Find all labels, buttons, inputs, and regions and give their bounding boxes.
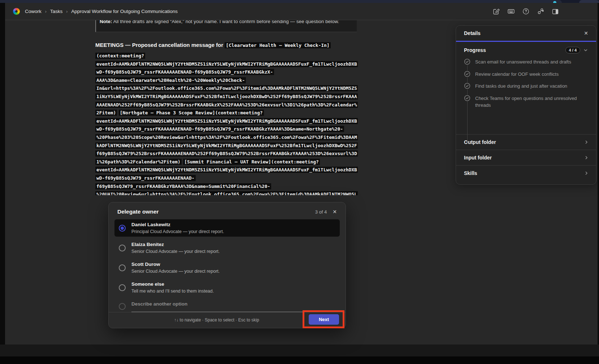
option-name: Describe another option	[131, 301, 335, 307]
checklist-item-text: Find tasks due during and just after vac…	[475, 83, 567, 90]
breadcrumb-tasks[interactable]: Tasks	[50, 9, 63, 14]
option-name: Scott Durow	[131, 261, 220, 267]
radio-icon[interactable]	[119, 264, 126, 271]
dialog-header: Delegate owner 3 of 4 ✕	[109, 202, 346, 219]
section-input-folder[interactable]: Input folder	[456, 150, 596, 165]
option-description: Senior Cloud Advocate — your direct repo…	[131, 249, 220, 254]
note-label: Note:	[100, 20, 112, 24]
breadcrumb: Cowork › Tasks › Approval Workflow for O…	[25, 9, 178, 14]
topbar-icons	[492, 8, 559, 16]
circle-check-icon	[464, 71, 470, 77]
option-daniel-laskewitz[interactable]: Daniel Laskewitz Principal Cloud Advocat…	[114, 219, 340, 237]
meetings-heading: MEETINGS — Proposed cancellation message…	[95, 36, 358, 49]
note-text: All three drafts are signed “Alex,” not …	[112, 20, 339, 24]
breadcrumb-separator-icon: ›	[66, 9, 68, 14]
section-output-folder[interactable]: Output folder	[456, 134, 596, 150]
compose-icon[interactable]	[492, 8, 500, 16]
progress-count-badge: 4 / 4	[565, 47, 580, 53]
breadcrumb-separator-icon: ›	[45, 9, 47, 14]
keyboard-hint-text: ↑↓ to navigate · Space to select · Esc t…	[109, 317, 325, 323]
chevron-down-icon[interactable]	[583, 48, 588, 53]
details-panel: Details ✕ Progress 4 / 4 Scan email for …	[456, 25, 596, 185]
top-bar: Cowork › Tasks › Approval Workflow for O…	[5, 3, 598, 20]
radio-selected-icon[interactable]	[119, 225, 126, 232]
dialog-step-counter: 3 of 4	[315, 209, 327, 215]
option-description: Tell me who and I'll send to them instea…	[131, 288, 214, 294]
close-icon[interactable]: ✕	[584, 30, 588, 36]
checklist-item: Scan email for unanswered threads and dr…	[464, 58, 588, 66]
section-skills[interactable]: Skills	[456, 165, 596, 181]
details-panel-header: Details ✕	[456, 26, 596, 41]
radio-disabled-icon[interactable]	[119, 303, 126, 310]
section-label: Skills	[464, 170, 477, 176]
northgate-meeting-code: [Northgate – Phase 3 Scope Review](conte…	[95, 110, 358, 165]
option-someone-else[interactable]: Someone else Tell me who and I'll send t…	[114, 279, 340, 296]
progress-checklist: Scan email for unanswered threads and dr…	[456, 57, 596, 134]
option-name: Someone else	[131, 281, 214, 287]
option-name: Daniel Laskewitz	[131, 222, 224, 228]
share-connections-icon[interactable]	[537, 8, 544, 16]
keyboard-icon[interactable]	[507, 8, 515, 16]
help-icon[interactable]	[522, 8, 530, 16]
delegate-owner-dialog: Delegate owner 3 of 4 ✕ Daniel Laskewitz…	[108, 202, 346, 328]
checklist-item-text: Review calendar for OOF week conflicts	[475, 71, 559, 78]
bottom-strip-dark	[0, 356, 599, 364]
next-button[interactable]: Next	[309, 314, 339, 325]
checklist-item: Check Teams for open questions and unres…	[464, 95, 588, 109]
circle-check-icon	[464, 58, 470, 65]
browser-control-pill	[579, 0, 599, 3]
checklist-item: Review calendar for OOF week conflicts	[464, 71, 588, 78]
browser-chrome-strip	[0, 0, 599, 3]
details-title: Details	[464, 30, 481, 36]
clearwater-meeting-code: (context:meeting?​eventId=AAMkADFlNTM2NW…	[95, 53, 358, 116]
section-label: Output folder	[464, 139, 496, 145]
meeting-links-code-block: (context:meeting?​eventId=AAMkADFlNTM2NW…	[95, 52, 358, 195]
chevron-right-icon	[584, 171, 589, 176]
circle-check-icon	[464, 83, 470, 89]
circle-check-icon	[464, 95, 470, 101]
chevron-right-icon	[584, 140, 589, 145]
option-description: Principal Cloud Advocate — your direct r…	[131, 229, 224, 234]
progress-header: Progress 4 / 4	[456, 42, 596, 57]
option-name: Elaiza Benitez	[131, 241, 220, 247]
note-callout: Note: All three drafts are signed “Alex,…	[95, 20, 357, 32]
close-icon[interactable]: ✕	[333, 209, 337, 215]
bottom-strip	[0, 345, 599, 356]
clearwater-meeting-link-code: [Clearwater Health – Weekly Check-In]	[225, 42, 330, 48]
breadcrumb-cowork[interactable]: Cowork	[25, 9, 42, 14]
heading-text: MEETINGS — Proposed cancellation message…	[95, 42, 225, 48]
radio-icon[interactable]	[119, 245, 126, 251]
delegate-options-list: Daniel Laskewitz Principal Cloud Advocat…	[109, 219, 346, 314]
radio-icon[interactable]	[119, 284, 126, 291]
cowork-logo-icon	[13, 8, 20, 15]
chevron-right-icon	[584, 155, 589, 160]
option-description: Senior Cloud Advocate — your direct repo…	[131, 268, 220, 274]
breadcrumb-current-task: Approval Workflow for Outgoing Communica…	[71, 9, 178, 14]
section-label: Input folder	[464, 155, 492, 161]
side-panel-toggle-icon[interactable]	[551, 8, 559, 16]
option-elaiza-benitez[interactable]: Elaiza Benitez Senior Cloud Advocate — y…	[114, 239, 340, 256]
dialog-title: Delegate owner	[117, 209, 159, 215]
checklist-item-text: Check Teams for open questions and unres…	[475, 95, 587, 109]
progress-label: Progress	[464, 47, 486, 53]
checklist-item-text: Scan email for unanswered threads and dr…	[475, 58, 571, 66]
browser-tab-edge	[0, 0, 562, 3]
option-scott-durow[interactable]: Scott Durow Senior Cloud Advocate — your…	[114, 259, 340, 276]
task-document: MEETINGS — Proposed cancellation message…	[95, 36, 358, 195]
checklist-item: Find tasks due during and just after vac…	[464, 83, 588, 90]
